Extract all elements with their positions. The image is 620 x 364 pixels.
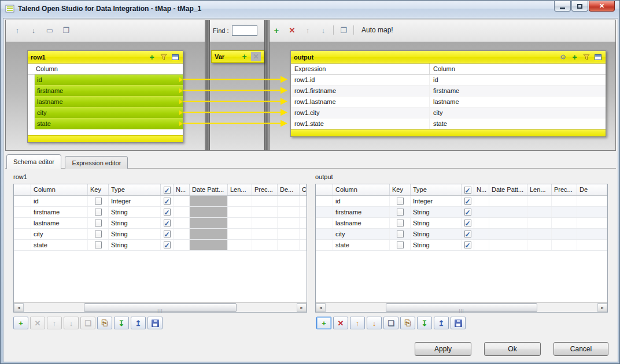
import-schema-button[interactable]: ↧ (417, 317, 432, 329)
tab-schema-editor[interactable]: Schema editor (6, 154, 61, 169)
export-schema-button[interactable]: ↥ (131, 317, 146, 329)
save-schema-button[interactable] (147, 317, 163, 329)
key-checkbox[interactable] (95, 220, 102, 226)
input-row[interactable]: firstname (28, 86, 183, 96)
key-checkbox[interactable] (95, 242, 102, 248)
nullable-checkbox[interactable] (464, 231, 471, 237)
add-column-button[interactable]: + (316, 317, 331, 329)
output-row[interactable]: row1.firstname firstname (291, 86, 606, 96)
output-column[interactable]: firstname (430, 86, 606, 96)
scroll-left-arrow[interactable]: ◄ (14, 303, 24, 312)
schema-row[interactable]: firstname String (14, 207, 307, 218)
down-arrow-icon[interactable]: ↓ (318, 24, 329, 36)
filter-icon[interactable] (581, 53, 591, 62)
input-row-label[interactable]: state (35, 118, 183, 129)
vertical-sash-right[interactable] (264, 20, 270, 151)
remove-column-button[interactable]: ✕ (30, 317, 45, 329)
schema-row[interactable]: lastname String (316, 218, 607, 229)
schema-column-name[interactable]: firstname (31, 207, 88, 217)
filter-icon[interactable] (158, 53, 168, 62)
nullable-checkbox[interactable] (464, 242, 471, 248)
output-row[interactable]: row1.id id (291, 75, 606, 86)
schema-row[interactable]: state String (14, 240, 307, 251)
table-settings-icon[interactable] (170, 53, 180, 62)
nullable-checkbox[interactable] (164, 242, 171, 248)
remove-var-icon[interactable]: ✕ (251, 52, 261, 61)
apply-button[interactable]: Apply (415, 342, 471, 356)
input-row[interactable]: state (28, 118, 183, 129)
close-button[interactable]: ✕ (589, 1, 615, 12)
schema-type[interactable]: String (411, 240, 462, 250)
add-var-icon[interactable]: + (239, 52, 249, 61)
move-up-button[interactable]: ↑ (47, 317, 62, 329)
key-checkbox[interactable] (95, 209, 102, 216)
output-column[interactable]: city (430, 107, 606, 118)
import-schema-button[interactable]: ↧ (114, 317, 129, 329)
schema-type[interactable]: Integer (411, 196, 462, 206)
output-expression[interactable]: row1.id (291, 75, 430, 85)
auto-map-button[interactable]: Auto map! (358, 25, 397, 35)
schema-row[interactable]: state String (316, 240, 607, 251)
scroll-right-arrow[interactable]: ► (297, 303, 307, 312)
schema-column-name[interactable]: state (31, 240, 88, 250)
tab-expression-editor[interactable]: Expression editor (65, 156, 128, 169)
nullable-checkbox[interactable] (464, 198, 471, 205)
scroll-left-arrow[interactable]: ◄ (316, 303, 326, 312)
add-column-button[interactable]: + (13, 317, 28, 329)
schema-row[interactable]: city String (14, 229, 307, 240)
schema-type[interactable]: String (411, 218, 462, 228)
var-panel[interactable]: Var + ✕ (211, 50, 264, 63)
output-expression[interactable]: row1.firstname (291, 86, 430, 96)
schema-row[interactable]: city String (316, 229, 607, 240)
schema-column-name[interactable]: id (31, 196, 88, 206)
schema-column-name[interactable]: id (333, 196, 390, 206)
table-settings-icon[interactable] (593, 53, 603, 62)
schema-type[interactable]: String (109, 218, 161, 228)
schema-column-name[interactable]: state (333, 240, 390, 250)
key-checkbox[interactable] (397, 220, 404, 226)
output-row[interactable]: row1.city city (291, 107, 606, 118)
minimize-button[interactable] (554, 1, 571, 12)
schema-column-name[interactable]: city (31, 229, 88, 239)
horizontal-scrollbar[interactable]: ◄ ||| ► (14, 302, 307, 312)
input-row[interactable]: id (28, 75, 183, 86)
scroll-right-arrow[interactable]: ► (597, 303, 607, 312)
schema-row[interactable]: lastname String (14, 218, 307, 229)
schema-type[interactable]: String (109, 207, 161, 217)
schema-row[interactable]: id Integer (316, 196, 607, 207)
move-up-icon[interactable]: ↑ (12, 24, 23, 36)
key-checkbox[interactable] (95, 231, 102, 237)
key-checkbox[interactable] (397, 209, 404, 216)
schema-column-name[interactable]: lastname (31, 218, 88, 228)
nullable-checkbox[interactable] (164, 198, 171, 205)
add-filter-icon[interactable]: + (570, 53, 580, 62)
key-checkbox[interactable] (397, 198, 404, 205)
output-row[interactable]: row1.state state (291, 118, 606, 129)
add-filter-icon[interactable]: + (147, 53, 157, 62)
move-down-button[interactable]: ↓ (367, 317, 382, 329)
input-table-header[interactable]: row1 + (28, 51, 183, 64)
scroll-thumb[interactable]: ||| (386, 303, 537, 312)
scroll-track[interactable]: ||| (24, 303, 296, 312)
copy-button[interactable]: ❏ (80, 317, 95, 329)
nullable-checkbox[interactable] (464, 209, 471, 216)
input-row[interactable]: lastname (28, 96, 183, 107)
schema-type[interactable]: String (411, 207, 462, 217)
input-row-label[interactable]: lastname (35, 96, 183, 107)
schema-column-name[interactable]: city (333, 229, 390, 239)
move-down-icon[interactable]: ↓ (28, 24, 39, 36)
output-column[interactable]: state (430, 118, 606, 129)
output-column[interactable]: lastname (430, 96, 606, 107)
input-row-label[interactable]: firstname (35, 86, 183, 96)
schema-row[interactable]: id Integer (14, 196, 307, 207)
horizontal-scrollbar[interactable]: ◄ ||| ► (316, 302, 607, 312)
input-row-label[interactable]: city (35, 107, 183, 118)
nullable-checkbox[interactable] (164, 209, 171, 216)
maximize-button[interactable] (571, 1, 588, 12)
add-output-icon[interactable]: + (271, 24, 282, 36)
paste-button[interactable]: ⎘ (97, 317, 112, 329)
wrench-icon[interactable]: ⚙ (558, 53, 568, 62)
find-input[interactable] (232, 25, 257, 36)
key-checkbox[interactable] (397, 242, 404, 248)
schema-column-name[interactable]: firstname (333, 207, 390, 217)
